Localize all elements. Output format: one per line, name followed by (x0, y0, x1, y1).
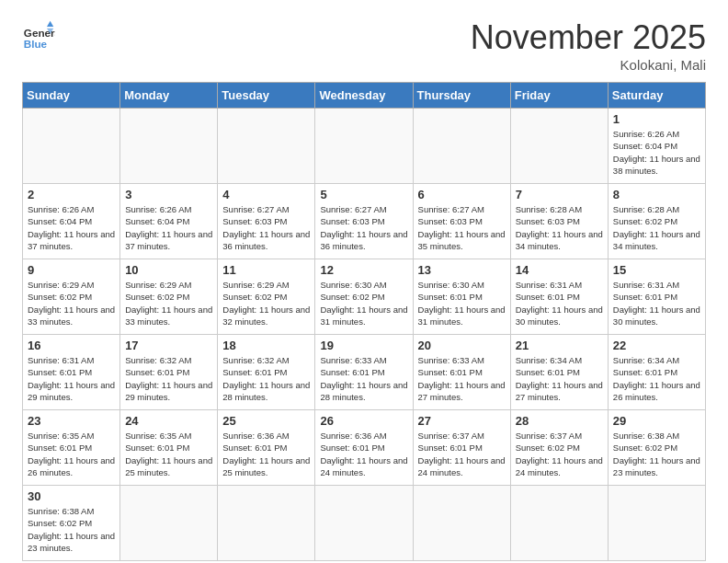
calendar-cell: 25Sunrise: 6:36 AM Sunset: 6:01 PM Dayli… (218, 410, 315, 486)
day-number: 29 (613, 414, 700, 428)
calendar-cell: 4Sunrise: 6:27 AM Sunset: 6:03 PM Daylig… (218, 184, 315, 259)
calendar-cell (510, 109, 608, 184)
day-info: Sunrise: 6:34 AM Sunset: 6:01 PM Dayligh… (613, 354, 700, 403)
calendar-cell: 5Sunrise: 6:27 AM Sunset: 6:03 PM Daylig… (315, 184, 413, 259)
calendar-cell: 23Sunrise: 6:35 AM Sunset: 6:01 PM Dayli… (23, 410, 120, 486)
calendar-cell: 29Sunrise: 6:38 AM Sunset: 6:02 PM Dayli… (608, 410, 705, 486)
day-number: 22 (613, 339, 700, 352)
calendar-cell: 10Sunrise: 6:29 AM Sunset: 6:02 PM Dayli… (120, 259, 218, 335)
calendar: SundayMondayTuesdayWednesdayThursdayFrid… (22, 82, 706, 561)
day-number: 23 (28, 414, 115, 428)
day-number: 16 (28, 339, 115, 352)
calendar-cell: 27Sunrise: 6:37 AM Sunset: 6:01 PM Dayli… (413, 410, 510, 486)
header: General Blue November 2025 Kolokani, Mal… (22, 18, 706, 73)
day-info: Sunrise: 6:35 AM Sunset: 6:01 PM Dayligh… (28, 430, 115, 478)
logo-icon: General Blue (22, 18, 55, 52)
day-info: Sunrise: 6:36 AM Sunset: 6:01 PM Dayligh… (222, 430, 310, 478)
day-info: Sunrise: 6:26 AM Sunset: 6:04 PM Dayligh… (28, 203, 115, 252)
day-info: Sunrise: 6:27 AM Sunset: 6:03 PM Dayligh… (418, 203, 506, 252)
day-number: 4 (222, 188, 310, 201)
day-header-saturday: Saturday (608, 83, 705, 109)
day-info: Sunrise: 6:28 AM Sunset: 6:02 PM Dayligh… (613, 203, 700, 252)
calendar-cell (315, 486, 413, 561)
day-number: 2 (28, 188, 115, 201)
calendar-cell: 26Sunrise: 6:36 AM Sunset: 6:01 PM Dayli… (315, 410, 413, 486)
day-info: Sunrise: 6:38 AM Sunset: 6:02 PM Dayligh… (28, 505, 115, 554)
calendar-cell: 2Sunrise: 6:26 AM Sunset: 6:04 PM Daylig… (23, 184, 120, 259)
location: Kolokani, Mali (471, 57, 706, 73)
day-info: Sunrise: 6:38 AM Sunset: 6:02 PM Dayligh… (613, 430, 700, 478)
week-row-2: 9Sunrise: 6:29 AM Sunset: 6:02 PM Daylig… (23, 259, 706, 335)
day-number: 6 (418, 188, 506, 201)
week-row-0: 1Sunrise: 6:26 AM Sunset: 6:04 PM Daylig… (23, 109, 706, 184)
calendar-cell: 8Sunrise: 6:28 AM Sunset: 6:02 PM Daylig… (608, 184, 705, 259)
day-number: 18 (222, 339, 310, 352)
page: General Blue November 2025 Kolokani, Mal… (0, 0, 728, 563)
day-info: Sunrise: 6:32 AM Sunset: 6:01 PM Dayligh… (125, 354, 212, 403)
svg-text:Blue: Blue (24, 38, 48, 50)
calendar-cell: 18Sunrise: 6:32 AM Sunset: 6:01 PM Dayli… (218, 335, 315, 410)
logo: General Blue (22, 18, 55, 52)
calendar-cell (413, 486, 510, 561)
day-number: 1 (613, 112, 700, 126)
calendar-cell: 19Sunrise: 6:33 AM Sunset: 6:01 PM Dayli… (315, 335, 413, 410)
calendar-cell (120, 109, 218, 184)
calendar-cell (23, 109, 120, 184)
day-number: 8 (613, 188, 700, 201)
calendar-cell: 28Sunrise: 6:37 AM Sunset: 6:02 PM Dayli… (510, 410, 608, 486)
calendar-cell: 12Sunrise: 6:30 AM Sunset: 6:02 PM Dayli… (315, 259, 413, 335)
day-info: Sunrise: 6:26 AM Sunset: 6:04 PM Dayligh… (125, 203, 212, 252)
day-header-thursday: Thursday (413, 83, 510, 109)
calendar-cell: 20Sunrise: 6:33 AM Sunset: 6:01 PM Dayli… (413, 335, 510, 410)
week-row-4: 23Sunrise: 6:35 AM Sunset: 6:01 PM Dayli… (23, 410, 706, 486)
day-number: 5 (320, 188, 407, 201)
day-number: 25 (222, 414, 310, 428)
day-number: 17 (125, 339, 212, 352)
day-number: 3 (125, 188, 212, 201)
calendar-cell: 9Sunrise: 6:29 AM Sunset: 6:02 PM Daylig… (23, 259, 120, 335)
day-info: Sunrise: 6:29 AM Sunset: 6:02 PM Dayligh… (125, 279, 212, 327)
calendar-cell (608, 486, 705, 561)
title-block: November 2025 Kolokani, Mali (471, 18, 706, 73)
day-info: Sunrise: 6:30 AM Sunset: 6:02 PM Dayligh… (320, 279, 407, 327)
day-info: Sunrise: 6:27 AM Sunset: 6:03 PM Dayligh… (320, 203, 407, 252)
day-number: 28 (516, 414, 603, 428)
calendar-header-row: SundayMondayTuesdayWednesdayThursdayFrid… (23, 83, 706, 109)
svg-marker-2 (47, 21, 53, 27)
month-title: November 2025 (471, 18, 706, 57)
day-number: 21 (516, 339, 603, 352)
calendar-cell: 6Sunrise: 6:27 AM Sunset: 6:03 PM Daylig… (413, 184, 510, 259)
calendar-cell: 30Sunrise: 6:38 AM Sunset: 6:02 PM Dayli… (23, 486, 120, 561)
calendar-cell (218, 486, 315, 561)
day-info: Sunrise: 6:29 AM Sunset: 6:02 PM Dayligh… (222, 279, 310, 327)
day-number: 20 (418, 339, 506, 352)
day-number: 24 (125, 414, 212, 428)
day-info: Sunrise: 6:31 AM Sunset: 6:01 PM Dayligh… (613, 279, 700, 327)
day-info: Sunrise: 6:31 AM Sunset: 6:01 PM Dayligh… (516, 279, 603, 327)
day-info: Sunrise: 6:28 AM Sunset: 6:03 PM Dayligh… (516, 203, 603, 252)
day-header-tuesday: Tuesday (218, 83, 315, 109)
calendar-cell: 22Sunrise: 6:34 AM Sunset: 6:01 PM Dayli… (608, 335, 705, 410)
day-number: 10 (125, 263, 212, 277)
day-number: 9 (28, 263, 115, 277)
day-info: Sunrise: 6:36 AM Sunset: 6:01 PM Dayligh… (320, 430, 407, 478)
calendar-cell: 24Sunrise: 6:35 AM Sunset: 6:01 PM Dayli… (120, 410, 218, 486)
calendar-cell: 1Sunrise: 6:26 AM Sunset: 6:04 PM Daylig… (608, 109, 705, 184)
week-row-3: 16Sunrise: 6:31 AM Sunset: 6:01 PM Dayli… (23, 335, 706, 410)
day-number: 15 (613, 263, 700, 277)
day-info: Sunrise: 6:27 AM Sunset: 6:03 PM Dayligh… (222, 203, 310, 252)
day-number: 12 (320, 263, 407, 277)
day-header-wednesday: Wednesday (315, 83, 413, 109)
day-info: Sunrise: 6:31 AM Sunset: 6:01 PM Dayligh… (28, 354, 115, 403)
day-info: Sunrise: 6:29 AM Sunset: 6:02 PM Dayligh… (28, 279, 115, 327)
day-number: 19 (320, 339, 407, 352)
day-header-sunday: Sunday (23, 83, 120, 109)
calendar-cell: 15Sunrise: 6:31 AM Sunset: 6:01 PM Dayli… (608, 259, 705, 335)
day-number: 27 (418, 414, 506, 428)
day-header-friday: Friday (510, 83, 608, 109)
day-info: Sunrise: 6:30 AM Sunset: 6:01 PM Dayligh… (418, 279, 506, 327)
day-header-monday: Monday (120, 83, 218, 109)
day-info: Sunrise: 6:35 AM Sunset: 6:01 PM Dayligh… (125, 430, 212, 478)
day-number: 7 (516, 188, 603, 201)
day-info: Sunrise: 6:34 AM Sunset: 6:01 PM Dayligh… (516, 354, 603, 403)
